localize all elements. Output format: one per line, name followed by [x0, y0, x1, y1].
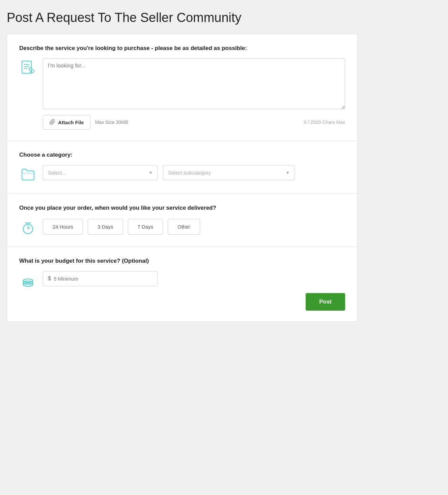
budget-currency-symbol: $	[48, 276, 51, 282]
description-label: Describe the service you're looking to p…	[19, 45, 345, 52]
delivery-7days-button[interactable]: 7 Days	[128, 219, 163, 235]
budget-content: $ Post	[43, 271, 345, 311]
budget-row: $ Post	[19, 271, 345, 311]
delivery-row: 24 Hours 3 Days 7 Days Other	[19, 218, 345, 236]
post-footer: Post	[43, 286, 345, 311]
delivery-3days-button[interactable]: 3 Days	[88, 219, 123, 235]
description-textarea[interactable]	[43, 58, 345, 109]
category-content: Select... ▼ Select subcategory ▼	[43, 165, 345, 180]
timer-icon	[19, 218, 37, 236]
description-row: Attach File Max Size 30MB 0 / 2500 Chars…	[19, 58, 345, 130]
category-row: Select... ▼ Select subcategory ▼	[19, 165, 345, 183]
delivery-24hours-button[interactable]: 24 Hours	[43, 219, 83, 235]
budget-label: What is your budget for this service? (O…	[19, 258, 345, 264]
textarea-footer: Attach File Max Size 30MB 0 / 2500 Chars…	[43, 115, 345, 130]
paperclip-icon	[49, 119, 55, 126]
svg-line-10	[26, 223, 27, 224]
category-select-wrapper: Select... ▼	[43, 165, 158, 180]
budget-input-wrapper: $	[43, 271, 158, 286]
delivery-label: Once you place your order, when would yo…	[19, 205, 345, 211]
document-icon	[19, 58, 37, 76]
category-label: Choose a category:	[19, 152, 345, 158]
delivery-section: Once you place your order, when would yo…	[7, 194, 357, 247]
category-selects: Select... ▼ Select subcategory ▼	[43, 165, 345, 180]
subcategory-select[interactable]: Select subcategory	[163, 165, 295, 180]
svg-rect-9	[27, 223, 29, 224]
subcategory-select-wrapper: Select subcategory ▼	[163, 165, 295, 180]
delivery-other-button[interactable]: Other	[168, 219, 200, 235]
delivery-options: 24 Hours 3 Days 7 Days Other	[43, 219, 345, 235]
description-section: Describe the service you're looking to p…	[7, 34, 357, 141]
coins-icon	[19, 271, 37, 289]
budget-section: What is your budget for this service? (O…	[7, 247, 357, 321]
attach-file-label: Attach File	[58, 120, 84, 125]
category-section: Choose a category: Select... ▼	[7, 141, 357, 194]
budget-input[interactable]	[54, 271, 152, 286]
category-select[interactable]: Select...	[43, 165, 158, 180]
form-container: Describe the service you're looking to p…	[7, 34, 358, 322]
attach-file-button[interactable]: Attach File	[43, 115, 90, 130]
delivery-content: 24 Hours 3 Days 7 Days Other	[43, 219, 345, 235]
svg-line-11	[29, 223, 30, 224]
post-button[interactable]: Post	[306, 293, 345, 311]
description-content: Attach File Max Size 30MB 0 / 2500 Chars…	[43, 58, 345, 130]
file-size-note: Max Size 30MB	[95, 120, 128, 125]
page-title: Post A Request To The Seller Community	[7, 10, 441, 26]
folder-icon	[19, 165, 37, 183]
chars-count: 0 / 2500 Chars Max	[304, 120, 345, 125]
svg-rect-0	[22, 61, 31, 73]
